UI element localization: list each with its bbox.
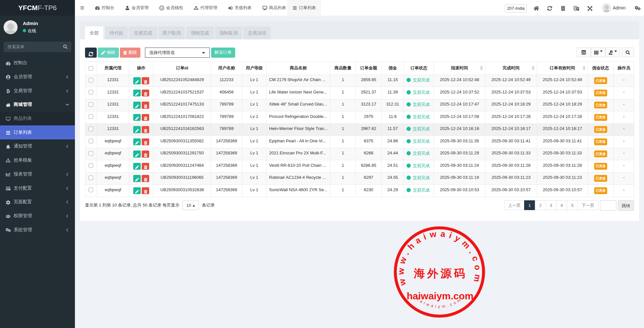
svg-text:海外源码: 海外源码 xyxy=(414,267,467,279)
svg-text:cc: cc xyxy=(161,7,163,9)
